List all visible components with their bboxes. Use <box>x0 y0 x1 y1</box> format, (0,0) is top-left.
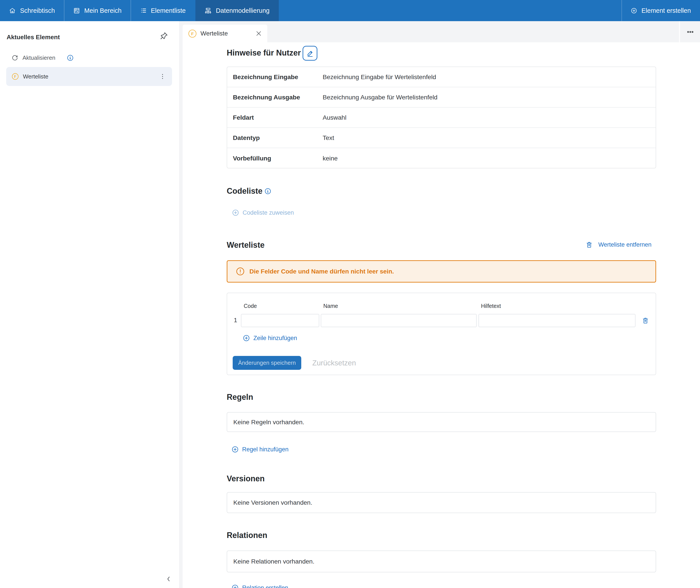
svg-text:F: F <box>14 74 16 78</box>
svg-text:F: F <box>191 31 194 36</box>
